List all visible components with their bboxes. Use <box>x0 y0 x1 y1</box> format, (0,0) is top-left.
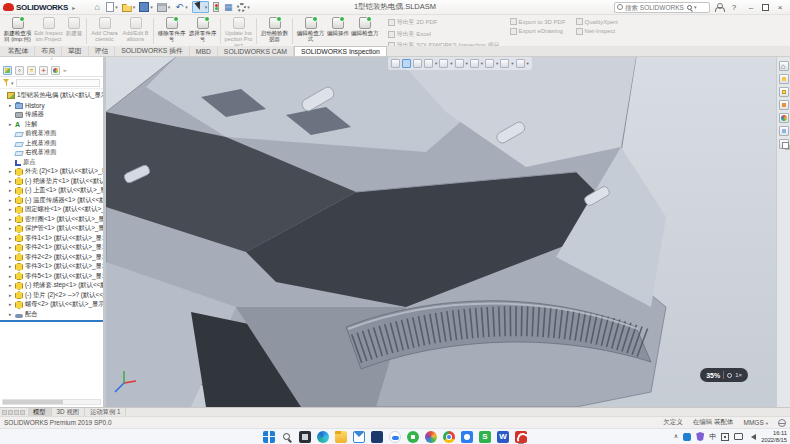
expand-arrow-icon[interactable] <box>9 234 14 243</box>
start-button[interactable] <box>263 431 275 443</box>
tree-item[interactable]: 外壳 (2)<1> (默认<<默认>_显示状 <box>0 167 103 177</box>
ribbon-button[interactable]: 新建规 <box>64 16 84 46</box>
tree-item[interactable]: 前视基准面 <box>0 129 103 139</box>
solidworks-app-icon[interactable] <box>515 431 527 443</box>
tab-nav-icon[interactable] <box>14 410 19 415</box>
tab-nav-icon[interactable] <box>2 410 7 415</box>
ribbon-tab[interactable]: SOLIDWORKS 插件 <box>115 46 190 56</box>
ime-lang-icon[interactable]: 中 <box>709 432 716 441</box>
tree-item[interactable]: (-) 温度传感器<1> (默认<<默认>_ <box>0 196 103 206</box>
expand-arrow-icon[interactable] <box>9 167 14 176</box>
custom-properties-icon[interactable] <box>779 126 789 136</box>
dropdown-arrow-icon[interactable]: ▾ <box>205 4 208 10</box>
tree-item[interactable]: 密封圈<1> (默认<<默认>_显示状 <box>0 215 103 225</box>
rainbow-app-icon[interactable] <box>425 431 437 443</box>
zoom-area-icon[interactable] <box>402 59 411 68</box>
wps-s-icon[interactable] <box>479 431 491 443</box>
tree-item[interactable]: 保护管<1> (默认<<默认>_显示状 <box>0 224 103 234</box>
tree-item[interactable]: History <box>0 101 103 111</box>
solidworks-resources-icon[interactable] <box>779 61 789 71</box>
view-orientation-icon[interactable] <box>439 59 448 68</box>
ribbon-tab[interactable]: MBD <box>190 46 218 56</box>
expand-arrow-icon[interactable] <box>9 310 14 319</box>
onedrive-tray-icon[interactable] <box>683 433 691 441</box>
quick-access-button[interactable] <box>223 2 233 12</box>
search-input[interactable] <box>625 4 685 11</box>
tree-item[interactable]: 传感器 <box>0 110 103 120</box>
ribbon-button[interactable]: Update Inspection Project <box>223 16 254 46</box>
more-tabs-icon[interactable]: » <box>63 67 66 73</box>
design-library-icon[interactable] <box>779 74 789 84</box>
app-tile-icon[interactable] <box>371 431 383 443</box>
dropdown-arrow-icon[interactable]: ▾ <box>185 4 188 10</box>
edit-appearance-icon[interactable] <box>485 59 494 68</box>
dimxpertmanager-tab-icon[interactable] <box>39 66 48 75</box>
quick-access-button[interactable]: ▾ <box>237 3 250 12</box>
dropdown-arrow-icon[interactable]: ▾ <box>450 61 452 66</box>
scrollbar-thumb[interactable] <box>3 400 63 404</box>
green-circle-app-icon[interactable] <box>407 431 419 443</box>
quick-access-button[interactable] <box>213 2 219 12</box>
edge-icon[interactable] <box>317 431 329 443</box>
previous-view-icon[interactable] <box>413 59 422 68</box>
tree-item[interactable]: (-) 垫片 (2)<2> -->? (默认<<默认 <box>0 291 103 301</box>
ribbon-tab[interactable]: 布局 <box>35 46 62 56</box>
ribbon-button[interactable]: 移除零件序号 <box>156 16 187 46</box>
displaymanager-tab-icon[interactable] <box>51 66 60 75</box>
expand-arrow-icon[interactable] <box>9 101 14 110</box>
tree-item[interactable]: 注解 <box>0 120 103 130</box>
security-shield-tray-icon[interactable] <box>696 432 704 441</box>
expand-arrow-icon[interactable] <box>9 215 14 224</box>
3d-model-section-view[interactable] <box>106 57 776 407</box>
export-menu-item[interactable]: QualityXpert <box>576 18 618 25</box>
quick-access-button[interactable]: ▾ <box>106 2 118 12</box>
ribbon-tab[interactable]: 装配体 <box>2 46 35 56</box>
tab-nav-icon[interactable] <box>8 410 13 415</box>
featuremanager-tab-icon[interactable] <box>3 66 12 75</box>
hide-show-items-icon[interactable] <box>470 59 479 68</box>
app-menu-button[interactable]: SOLIDWORKS ▸ <box>0 0 78 14</box>
ribbon-button[interactable]: Add/Edit Balloons <box>120 16 151 46</box>
graphics-viewport[interactable]: ▾ ▾ ▾ ▾ ▾ ▾ ▾ <box>106 57 776 407</box>
ime-mode-icon[interactable] <box>721 433 729 441</box>
tree-item[interactable]: 零件2<1> (默认<<默认>_显示状 <box>0 243 103 253</box>
ribbon-button[interactable]: 选择零件序号 <box>187 16 218 46</box>
dropdown-arrow-icon[interactable]: ▾ <box>133 4 136 10</box>
tree-item[interactable]: 螺母<2> (默认<<默认>_显示状态 <box>0 300 103 310</box>
help-button[interactable]: ? <box>728 3 740 12</box>
tray-expand-icon[interactable]: ∧ <box>674 432 678 441</box>
quick-access-button[interactable]: ▾ <box>122 2 136 12</box>
dropdown-arrow-icon[interactable]: ▾ <box>150 4 153 10</box>
export-menu-item[interactable]: 导出至 Excel <box>388 30 500 39</box>
expand-arrow-icon[interactable] <box>9 186 14 195</box>
export-menu-item[interactable]: Export eDrawing <box>510 28 566 35</box>
tree-item[interactable]: 原点 <box>0 158 103 168</box>
meeting-app-icon[interactable] <box>461 431 473 443</box>
quick-access-button[interactable]: ▾ <box>139 2 153 12</box>
minimize-button[interactable]: – <box>745 3 757 12</box>
quick-access-button[interactable]: ▾ <box>174 2 188 12</box>
search-icon[interactable] <box>687 5 692 10</box>
tab-scroll-buttons[interactable] <box>2 410 25 415</box>
tab-nav-icon[interactable] <box>20 410 25 415</box>
dropdown-arrow-icon[interactable]: ▾ <box>115 4 118 10</box>
expand-arrow-icon[interactable] <box>9 177 14 186</box>
quick-access-button[interactable] <box>92 2 102 12</box>
tree-item[interactable]: (-) 绝缘垫片<1> (默认<<默认>_显 <box>0 177 103 187</box>
tree-item[interactable]: 右视基准面 <box>0 148 103 158</box>
expand-arrow-icon[interactable] <box>9 262 14 271</box>
status-globe-icon[interactable] <box>778 419 786 427</box>
pane-copy-icon[interactable] <box>779 139 789 149</box>
ribbon-tab[interactable]: 评估 <box>89 46 116 56</box>
filter-funnel-icon[interactable] <box>3 79 9 86</box>
mail-icon[interactable] <box>353 431 365 443</box>
units-selector[interactable]: MMGS▾ <box>744 419 769 426</box>
expand-arrow-icon[interactable] <box>9 224 14 233</box>
apply-scene-icon[interactable] <box>500 59 509 68</box>
display-style-icon[interactable] <box>455 59 464 68</box>
dropdown-arrow-icon[interactable]: ▾ <box>481 61 483 66</box>
tree-item[interactable]: (-) 上盖<1> (默认<<默认>_显示状 <box>0 186 103 196</box>
tree-item[interactable]: 零件5<1> (默认<<默认>_显示状 <box>0 272 103 282</box>
units-dropdown-icon[interactable]: ▾ <box>766 421 768 426</box>
export-menu-item[interactable]: Net-Inspect <box>576 28 618 35</box>
